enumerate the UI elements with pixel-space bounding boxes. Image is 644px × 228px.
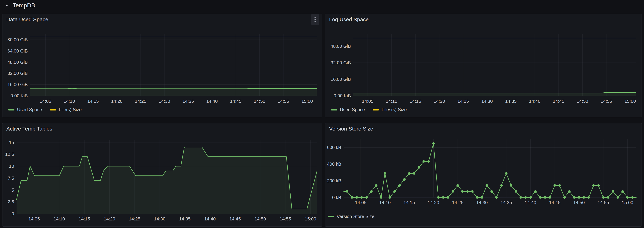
row-title: TempDB xyxy=(13,2,35,9)
panel-title: Data Used Space xyxy=(6,16,48,22)
legend-label: Used Space xyxy=(340,107,365,113)
x-tick-label: 15:00 xyxy=(624,99,636,104)
y-tick-label: 16.00 GiB xyxy=(330,77,351,82)
legend-chip xyxy=(50,109,56,111)
data-point-marker xyxy=(631,196,634,199)
x-tick-label: 14:50 xyxy=(577,99,588,104)
series-line xyxy=(354,93,636,93)
data-point-marker xyxy=(432,142,434,145)
legend-chip xyxy=(328,216,334,217)
legend-item[interactable]: Version Store Size xyxy=(328,214,374,219)
chart-log-used-space[interactable]: 14:0514:1014:1514:2014:2514:3014:3514:40… xyxy=(325,23,642,118)
legend-item[interactable]: Used Space xyxy=(8,107,42,113)
legend-label: File(s) Size xyxy=(59,107,82,113)
data-point-marker xyxy=(505,172,508,175)
data-point-marker xyxy=(447,196,449,199)
y-tick-label: 32.00 GiB xyxy=(8,71,28,76)
y-tick-label: 400 kB xyxy=(327,161,341,167)
x-tick-label: 14:30 xyxy=(481,99,493,104)
series-line xyxy=(344,143,636,197)
data-point-marker xyxy=(422,160,425,163)
data-point-marker xyxy=(442,196,444,199)
data-point-marker xyxy=(549,196,551,199)
x-tick-label: 14:30 xyxy=(476,200,488,205)
data-point-marker xyxy=(539,196,542,199)
data-point-marker xyxy=(529,196,532,199)
legend-label: Version Store Size xyxy=(337,214,374,219)
data-point-marker xyxy=(413,172,415,175)
y-tick-label: 16.00 GiB xyxy=(8,82,28,87)
data-point-marker xyxy=(510,184,512,187)
data-point-marker xyxy=(573,196,575,199)
y-tick-label: 48.00 GiB xyxy=(8,60,28,65)
data-point-marker xyxy=(418,166,420,169)
chart-active-temp-tables[interactable]: 14:0514:1014:1514:2014:2514:3014:3514:40… xyxy=(2,132,322,227)
data-point-marker xyxy=(388,196,391,199)
series-area xyxy=(30,88,317,96)
legend: Used SpaceFiles(s) Size xyxy=(331,107,407,113)
y-tick-label: 64.00 GiB xyxy=(8,48,28,54)
x-tick-label: 14:35 xyxy=(182,99,194,104)
x-tick-label: 14:20 xyxy=(434,99,445,104)
y-tick-label: 0.00 KiB xyxy=(334,93,351,98)
data-point-marker xyxy=(626,196,629,199)
chart-data-used-space[interactable]: 14:0514:1014:1514:2014:2514:3014:3514:40… xyxy=(2,23,322,118)
x-tick-label: 14:10 xyxy=(386,99,397,104)
panel-title: Version Store Size xyxy=(329,126,373,132)
grafana-dashboard: TempDB Data Used Space 14:0514:1014:1514… xyxy=(0,0,644,228)
x-tick-label: 14:15 xyxy=(87,99,99,104)
chart-version-store-size[interactable]: 14:0514:1014:1514:2014:2514:3014:3514:40… xyxy=(325,132,642,227)
data-point-marker xyxy=(408,172,410,175)
x-tick-label: 14:25 xyxy=(135,99,146,104)
x-tick-label: 14:15 xyxy=(404,200,415,205)
legend-item[interactable]: File(s) Size xyxy=(50,107,82,113)
data-point-marker xyxy=(403,178,406,181)
data-point-marker xyxy=(481,196,483,199)
data-point-marker xyxy=(588,196,590,199)
x-tick-label: 14:50 xyxy=(254,99,265,104)
data-point-marker xyxy=(356,196,358,199)
panel-version-store-size: Version Store Size 14:0514:1014:1514:201… xyxy=(325,123,642,227)
y-tick-label: 600 kB xyxy=(327,145,341,150)
x-tick-label: 14:05 xyxy=(362,99,373,104)
x-tick-label: 14:40 xyxy=(529,99,540,104)
x-tick-label: 14:15 xyxy=(79,216,90,222)
legend: Version Store Size xyxy=(328,214,374,219)
x-tick-label: 14:55 xyxy=(278,99,289,104)
x-tick-label: 14:20 xyxy=(111,99,122,104)
x-tick-label: 14:30 xyxy=(154,216,166,222)
legend-chip xyxy=(331,109,337,111)
data-point-marker xyxy=(437,196,440,199)
data-point-marker xyxy=(534,190,536,193)
series-area xyxy=(16,147,317,214)
x-tick-label: 14:40 xyxy=(525,200,536,205)
x-tick-label: 14:10 xyxy=(64,99,75,104)
x-tick-label: 14:45 xyxy=(549,200,560,205)
panel-title: Log Used Space xyxy=(329,16,369,22)
x-tick-label: 14:25 xyxy=(452,200,464,205)
data-point-marker xyxy=(351,196,353,199)
x-tick-label: 14:05 xyxy=(28,216,40,222)
data-point-marker xyxy=(544,196,546,199)
x-tick-label: 14:45 xyxy=(553,99,564,104)
data-point-marker xyxy=(476,196,478,199)
x-tick-label: 14:50 xyxy=(574,200,585,205)
data-point-marker xyxy=(622,190,624,193)
panel-log-used-space: Log Used Space 14:0514:1014:1514:2014:25… xyxy=(325,14,642,117)
x-tick-label: 14:35 xyxy=(179,216,190,222)
row-header-tempdb[interactable]: TempDB xyxy=(4,2,35,9)
legend-item[interactable]: Files(s) Size xyxy=(373,107,407,113)
x-tick-label: 14:35 xyxy=(500,200,512,205)
legend-chip xyxy=(373,109,379,111)
x-tick-label: 14:25 xyxy=(458,99,469,104)
data-point-marker xyxy=(558,184,561,187)
x-tick-label: 15:00 xyxy=(302,99,313,104)
y-tick-label: 0 xyxy=(12,211,14,217)
x-tick-label: 14:55 xyxy=(598,200,609,205)
data-point-marker xyxy=(616,196,619,199)
x-tick-label: 14:40 xyxy=(206,99,218,104)
data-point-marker xyxy=(370,190,373,193)
data-point-marker xyxy=(466,190,468,193)
x-tick-label: 14:30 xyxy=(159,99,170,104)
legend-item[interactable]: Used Space xyxy=(331,107,365,113)
